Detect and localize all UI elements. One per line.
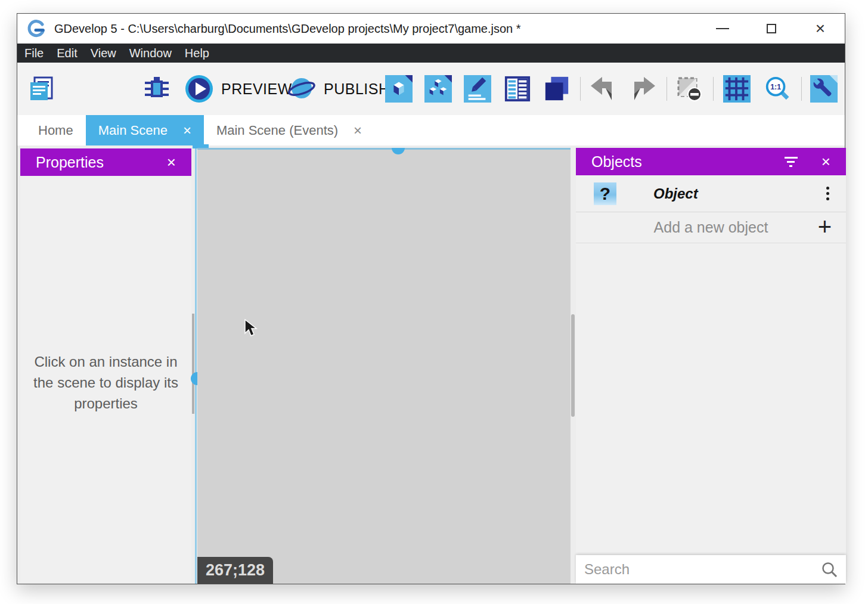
clear-selection-button[interactable] [675,75,703,103]
menu-edit[interactable]: Edit [50,44,83,63]
toolbar-separator [666,77,667,101]
redo-icon [629,75,658,103]
menu-file[interactable]: File [18,44,50,63]
window-controls: × [698,14,845,44]
search-icon [821,561,838,578]
toggle-grid-button[interactable] [723,75,751,103]
object-menu-kebab-icon[interactable] [826,187,829,200]
tab-main-scene-events[interactable]: Main Scene (Events) × [204,115,374,145]
title-bar: GDevelop 5 - C:\Users\charburg\Documents… [17,14,845,44]
open-project-settings-button[interactable] [810,75,838,103]
editor-content: Properties × Click on an instance in the… [17,145,845,584]
scene-horizontal-scrollbar[interactable] [197,148,571,150]
undo-button[interactable] [588,75,617,103]
scene-horizontal-scrollbar-thumb[interactable] [392,148,405,154]
debug-bug-icon [142,75,171,103]
object-name: Object [653,185,698,202]
cursor-coordinates-badge: 267;128 [197,557,273,584]
publish-globe-icon [287,75,316,103]
tab-home[interactable]: Home [26,115,86,145]
toolbar-separator [713,77,714,101]
edit-pencil-icon [464,75,491,103]
zoom-original-button[interactable]: 1:1 [764,75,791,103]
preview-button[interactable]: PREVIEW [185,75,292,103]
toolbar-separator [801,77,802,101]
tab-close-icon[interactable]: × [354,123,362,138]
svg-text:1:1: 1:1 [770,83,781,91]
toolbar-separator [580,77,581,101]
object-list-item[interactable]: ? Object [576,175,846,212]
maximize-button[interactable] [747,14,796,44]
events-list-icon [504,75,531,103]
objects-search-bar [576,555,846,584]
gdevelop-logo-icon [27,19,46,38]
properties-panel: Properties × Click on an instance in the… [20,148,191,583]
publish-button[interactable]: PUBLISH [287,75,389,103]
properties-placeholder-text: Click on an instance in the scene to dis… [30,351,182,414]
tab-close-icon[interactable]: × [183,123,191,138]
minimize-icon [716,28,729,29]
preview-play-icon [185,75,213,103]
add-object-label: Add a new object [654,219,768,236]
publish-label: PUBLISH [324,80,389,98]
open-scene-properties-button[interactable] [464,75,491,103]
tab-home-label: Home [38,123,73,138]
objects-header: Objects × [576,148,846,175]
zoom-1-1-icon: 1:1 [764,75,791,103]
instances-list-icon [543,75,571,103]
properties-close-icon[interactable]: × [167,154,176,170]
object-groups-icon [424,75,452,103]
grid-icon [723,75,751,103]
clear-selection-icon [675,75,703,103]
gdevelop-window: GDevelop 5 - C:\Users\charburg\Documents… [17,13,845,584]
objects-title: Objects [591,153,642,171]
properties-title: Properties [36,154,104,171]
project-manager-button[interactable] [27,75,55,103]
menu-bar: File Edit View Window Help [17,44,845,63]
scene-canvas[interactable]: 267;128 [197,148,571,584]
menu-help[interactable]: Help [178,44,216,63]
objects-search-input[interactable] [576,561,821,578]
open-instances-list-button[interactable] [543,75,571,103]
menu-view[interactable]: View [84,44,123,63]
scene-vertical-scrollbar[interactable] [195,148,197,584]
close-icon: × [816,20,825,37]
maximize-icon [767,24,776,33]
add-object-row[interactable]: Add a new object + [576,212,846,243]
objects-editor-icon [385,75,413,103]
object-question-icon: ? [594,182,616,205]
add-object-plus-icon[interactable]: + [818,213,832,240]
redo-button[interactable] [629,75,658,103]
properties-header: Properties × [20,148,191,176]
filter-icon[interactable] [785,157,798,167]
undo-icon [588,75,617,103]
tab-main-scene[interactable]: Main Scene × [86,115,204,145]
mouse-cursor [244,319,259,338]
properties-scrollbar[interactable] [192,314,194,414]
scene-right-scrollbar-thumb[interactable] [571,314,575,417]
objects-close-icon[interactable]: × [822,154,830,169]
tab-main-scene-events-label: Main Scene (Events) [216,123,338,138]
debug-button[interactable] [142,75,171,103]
open-objects-editor-button[interactable] [385,75,413,103]
toolbar: PREVIEW PUBLISH [17,63,845,115]
window-title: GDevelop 5 - C:\Users\charburg\Documents… [54,14,521,44]
open-events-list-button[interactable] [504,75,531,103]
tab-bar: Home Main Scene × Main Scene (Events) × [17,115,845,145]
tab-main-scene-label: Main Scene [98,123,168,138]
wrench-icon [810,75,838,103]
menu-window[interactable]: Window [123,44,178,63]
open-object-groups-button[interactable] [424,75,452,103]
minimize-button[interactable] [698,14,747,44]
close-button[interactable]: × [796,14,845,44]
objects-panel: Objects × ? Object Add a new object + [576,148,846,584]
preview-label: PREVIEW [221,80,292,98]
project-manager-icon [27,75,55,103]
